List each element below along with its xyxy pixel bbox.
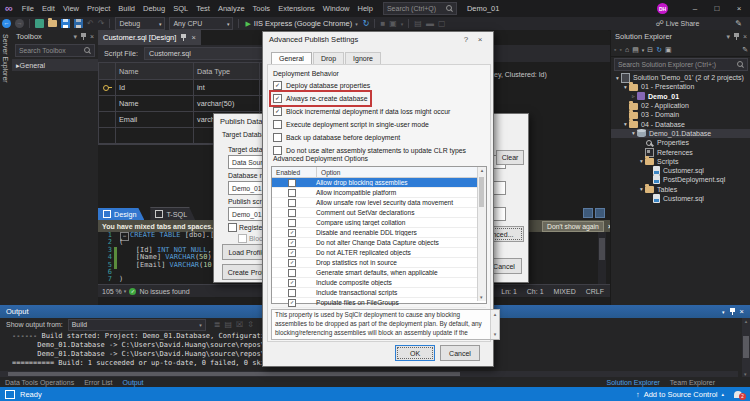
option-row[interactable]: ✓Do not alter Change Data Capture object… [272,238,486,248]
start-debug-button[interactable]: ▶ IIS Express (Google Chrome) ▾ [245,19,357,28]
chevron-down-icon[interactable]: ▾ [642,47,645,53]
option-row[interactable]: ✓Disable and reenable DDL triggers [272,228,486,238]
pin-icon[interactable] [729,308,736,316]
menu-test[interactable]: Test [192,4,214,13]
tab-data-tools-operations[interactable]: Data Tools Operations [0,379,79,386]
zoom-level[interactable]: 105 % [102,288,122,295]
chevron-down-icon[interactable]: ▾ [630,130,637,136]
menu-build[interactable]: Build [114,4,139,13]
menu-window[interactable]: Window [319,4,354,13]
option-enabled-cell[interactable] [272,269,312,277]
checkbox[interactable] [273,120,282,129]
chevron-down-icon[interactable]: ▾ [638,158,645,164]
option-row[interactable]: Compare using target collation [272,218,486,228]
checkbox[interactable] [273,133,282,142]
menu-view[interactable]: View [59,4,83,13]
pin-icon[interactable] [733,33,740,41]
output-source-dropdown[interactable]: Build ▾ [68,319,206,331]
redo-icon[interactable]: ↷ [98,18,105,30]
option-enabled-cell[interactable]: ✓ [272,229,312,237]
option-row[interactable]: Comment out SetVar declarations [272,208,486,218]
tree-item[interactable]: 03 - Domain [611,110,750,119]
switch-views-icon[interactable]: ▤ [632,46,639,54]
tree-item[interactable]: Properties [611,138,750,147]
configuration-dropdown[interactable]: Debug ▾ [115,17,165,30]
tree-item[interactable]: ▹Demo_01 [611,92,750,101]
tree-item[interactable]: Customer.sql [611,194,750,203]
toolbox-group-general[interactable]: ▸ General [12,59,98,71]
tab-drop[interactable]: Drop [313,52,344,64]
register-dac-checkbox[interactable] [228,223,237,232]
tree-item[interactable]: 02 - Application [611,101,750,110]
block-drift-checkbox[interactable] [238,234,247,243]
option-enabled-cell[interactable] [272,179,312,187]
checkbox[interactable] [288,219,296,227]
split-horizontal-icon[interactable] [595,208,605,218]
behavior-option[interactable]: ✓Block incremental deployment if data lo… [273,107,450,116]
checkbox[interactable]: ✓ [288,299,296,307]
menu-analyze[interactable]: Analyze [214,4,249,13]
tree-item[interactable]: ▾Scripts [611,157,750,166]
checkbox[interactable] [288,189,296,197]
show-all-files-icon[interactable]: ▣ [665,46,672,54]
close-icon[interactable]: × [743,33,747,40]
editor-scrollbar[interactable] [598,232,606,284]
hot-reload-icon[interactable]: ■ [380,18,385,30]
live-share-button[interactable]: ☍ Live Share [654,18,700,30]
back-icon[interactable]: ◦ [614,46,616,53]
collapse-all-icon[interactable]: ⊟ [647,46,653,54]
find-in-files-icon[interactable]: ▤ [414,18,422,30]
option-row[interactable]: ✓Do not ALTER replicated objects [272,248,486,258]
behavior-option[interactable]: ✓Always re-create database [273,94,368,103]
menu-extensions[interactable]: Extensions [274,4,319,13]
tree-item[interactable]: ▾04 - Database [611,119,750,128]
option-enabled-cell[interactable]: ✓ [272,259,312,267]
minimize-button[interactable]: – [684,0,706,17]
editor-tab-customer-sql-design[interactable]: Customer.sql [Design] × [98,30,201,45]
chevron-down-icon[interactable]: ▾ [638,186,645,192]
behavior-option[interactable]: Execute deployment script in single-user… [273,120,429,129]
home-icon[interactable]: ⌂ [625,46,629,53]
checkbox[interactable]: ✓ [273,94,282,103]
word-wrap-icon[interactable]: ▤ [225,319,233,331]
option-enabled-cell[interactable]: ✓ [272,299,312,307]
preview-icon[interactable]: ▣ [389,18,397,30]
option-row[interactable]: Allow unsafe row level security data mov… [272,198,486,208]
ok-button[interactable]: OK [395,345,435,361]
close-icon[interactable]: × [191,33,195,42]
cell-data-type[interactable]: int [194,80,260,95]
menu-project[interactable]: Project [83,4,114,13]
tab-error-list[interactable]: Error List [79,379,117,386]
tree-item[interactable]: ▾Solution 'Demo_01' (2 of 2 projects) [611,73,750,82]
output-vertical-scrollbar[interactable]: ▴▾ [742,318,750,377]
close-icon[interactable]: × [740,307,744,316]
tree-item[interactable]: References [611,147,750,156]
menu-tools[interactable]: Tools [249,4,275,13]
notifications-bell-icon[interactable]: 2 [734,391,742,398]
checkbox[interactable] [288,179,296,187]
menu-file[interactable]: File [18,4,38,13]
tree-item[interactable]: Customer.sql [611,166,750,175]
tab-tsql[interactable]: T-SQL [150,207,195,220]
account-avatar[interactable]: DH [657,3,668,14]
properties-wrench-icon[interactable]: ✎ [742,46,748,54]
chevron-down-icon[interactable]: ▾ [622,84,629,90]
window-menu-icon[interactable]: ▾ [722,309,725,315]
quick-search-input[interactable]: Search (Ctrl+Q) [383,2,457,15]
tab-design[interactable]: Design [98,208,144,220]
option-enabled-cell[interactable] [272,289,312,297]
chevron-down-icon[interactable]: ▾ [622,121,629,127]
solution-explorer-search-input[interactable]: Search Solution Explorer (Ctrl+;) [614,58,748,71]
row-selector[interactable] [99,96,116,111]
tab-team-explorer[interactable]: Team Explorer [665,379,720,386]
dont-show-again-button[interactable]: Don't show again [542,221,604,232]
tree-item[interactable]: ▾Demo_01.Database [611,129,750,138]
checkbox[interactable]: ✓ [288,279,296,287]
option-row[interactable]: Generate smart defaults, when applicable [272,268,486,278]
split-vertical-icon[interactable] [583,208,593,218]
undo-icon[interactable]: ↶ [87,18,94,30]
chevron-down-icon[interactable]: ▾ [124,288,127,294]
pin-icon[interactable] [180,34,187,42]
checkbox[interactable]: ✓ [273,81,282,90]
bookmark-icon[interactable]: ▢ [438,18,446,30]
